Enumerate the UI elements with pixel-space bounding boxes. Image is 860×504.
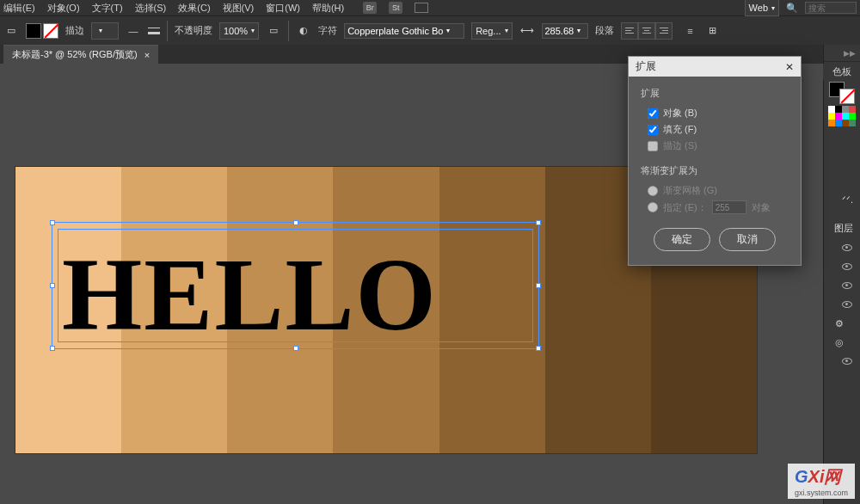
swatches-panel: 色板	[823, 64, 860, 128]
stroke-label: 描边	[65, 24, 84, 37]
specify-unit-label: 对象	[752, 201, 771, 214]
eye-icon[interactable]	[842, 282, 852, 289]
menu-effect[interactable]: 效果(C)	[178, 2, 210, 15]
close-tab-icon[interactable]: ×	[144, 50, 150, 60]
fill-swatch[interactable]	[26, 23, 41, 39]
fill-stroke-swatches[interactable]	[26, 23, 58, 39]
menu-object[interactable]: 对象(O)	[47, 2, 80, 15]
layer-row[interactable]	[826, 353, 856, 370]
brushes-panel-icon[interactable]: ᐟᐟ.	[842, 194, 853, 206]
layer-row[interactable]	[826, 277, 856, 294]
opacity-dropdown[interactable]: 100%▾	[219, 22, 259, 40]
swatch-item[interactable]	[835, 106, 842, 113]
swatch-item[interactable]	[849, 120, 856, 126]
hash-icon[interactable]: ⊞	[705, 23, 721, 39]
document-tab[interactable]: 未标题-3* @ 52% (RGB/预览) ×	[3, 45, 158, 64]
resize-handle[interactable]	[50, 220, 55, 225]
eye-icon[interactable]	[842, 244, 852, 251]
stock-icon[interactable]: St	[389, 2, 402, 14]
workspace-dropdown[interactable]: Web▾	[745, 0, 779, 16]
stroke-checkbox-row: 描边 (S)	[648, 139, 789, 152]
font-size-link-icon[interactable]: ⟷	[519, 23, 535, 39]
text-bounds	[58, 229, 533, 342]
recolor-icon[interactable]: ◐	[296, 23, 311, 39]
menu-select[interactable]: 选择(S)	[135, 2, 167, 15]
eye-icon[interactable]	[842, 358, 852, 365]
resize-handle[interactable]	[536, 220, 541, 225]
fill-checkbox-label: 填充 (F)	[663, 123, 697, 136]
swatch-item[interactable]	[835, 113, 842, 120]
resize-handle[interactable]	[536, 283, 541, 288]
menu-view[interactable]: 视图(V)	[223, 2, 255, 15]
swatch-item[interactable]	[842, 113, 849, 120]
resize-handle[interactable]	[50, 346, 55, 351]
eye-icon[interactable]	[842, 263, 852, 270]
hamburger-icon[interactable]: ≡	[683, 23, 698, 39]
swatch-item[interactable]	[849, 106, 856, 113]
char-label: 字符	[318, 24, 337, 37]
collapse-dock-icon[interactable]: ▶▶	[824, 45, 860, 62]
swatch-item[interactable]	[828, 113, 835, 120]
object-checkbox-label: 对象 (B)	[663, 107, 697, 120]
align-center-button[interactable]	[638, 22, 655, 40]
align-right-button[interactable]	[655, 22, 673, 40]
font-family-dropdown[interactable]: Copperplate Gothic Bo▾	[344, 23, 464, 39]
stroke-width-icon[interactable]	[148, 28, 160, 34]
expand-dialog: 扩展 ✕ 扩展 对象 (B) 填充 (F) 描边 (S) 将渐变扩展为 渐变网格…	[628, 56, 802, 266]
ok-button[interactable]: 确定	[654, 228, 710, 251]
swatch-item[interactable]	[828, 120, 835, 126]
specify-radio	[648, 202, 658, 212]
swatch-item[interactable]	[849, 113, 856, 120]
stroke-weight-dropdown[interactable]: ▾	[91, 22, 119, 40]
panel-stroke-swatch[interactable]	[839, 89, 855, 104]
layers-panel: ⚙ ◎	[825, 237, 857, 372]
swatches-panel-title[interactable]: 色板	[823, 64, 860, 80]
bridge-icon[interactable]: Br	[363, 2, 377, 14]
swatch-item[interactable]	[842, 120, 849, 126]
align-left-button[interactable]	[621, 22, 638, 40]
menu-help[interactable]: 帮助(H)	[312, 2, 344, 15]
layers-panel-title[interactable]: 图层	[834, 222, 853, 235]
paragraph-align-group	[621, 22, 673, 40]
panel-fill-stroke[interactable]	[829, 82, 855, 104]
font-size-input[interactable]: 285.68▾	[542, 23, 588, 39]
close-dialog-icon[interactable]: ✕	[785, 61, 794, 73]
specify-radio-label: 指定 (E)：	[663, 201, 707, 214]
font-style-dropdown[interactable]: Reg...▾	[471, 22, 512, 40]
cc-icon[interactable]: ◎	[826, 334, 856, 351]
menu-window[interactable]: 窗口(W)	[266, 2, 300, 15]
menu-type[interactable]: 文字(T)	[92, 2, 123, 15]
search-input[interactable]	[805, 2, 857, 14]
layer-row[interactable]	[826, 296, 856, 313]
watermark-rest: Xi网	[808, 467, 842, 486]
arrange-icon[interactable]	[415, 3, 428, 13]
fill-checkbox-row[interactable]: 填充 (F)	[648, 123, 789, 136]
eye-icon[interactable]	[842, 301, 852, 308]
fill-checkbox[interactable]	[648, 125, 658, 135]
layer-row[interactable]	[826, 239, 856, 256]
resize-handle[interactable]	[536, 346, 541, 351]
resize-handle[interactable]	[293, 220, 298, 225]
watermark-g: G	[795, 467, 808, 486]
dialog-titlebar[interactable]: 扩展 ✕	[629, 57, 801, 77]
cancel-button[interactable]: 取消	[719, 228, 776, 251]
swatch-item[interactable]	[842, 106, 849, 113]
mesh-radio-row: 渐变网格 (G)	[648, 184, 789, 197]
swatch-grid[interactable]	[828, 106, 856, 126]
stroke-dash-icon[interactable]: —	[126, 23, 141, 39]
control-toolbar: ▭ 描边 ▾ — 不透明度 100%▾ ▭ ◐ 字符 Copperplate G…	[0, 15, 860, 45]
object-checkbox-row[interactable]: 对象 (B)	[648, 107, 789, 120]
resize-handle[interactable]	[50, 283, 55, 288]
object-checkbox[interactable]	[648, 108, 658, 119]
swatch-item[interactable]	[828, 106, 835, 113]
fx-icon[interactable]: ▭	[266, 23, 281, 39]
mesh-radio	[648, 186, 658, 196]
watermark-url: gxi.system.com	[795, 489, 848, 497]
specify-radio-row: 指定 (E)： 对象	[648, 200, 789, 214]
stroke-swatch[interactable]	[43, 23, 58, 39]
gear-icon[interactable]: ⚙	[826, 315, 856, 332]
layer-row[interactable]	[826, 258, 856, 275]
swatch-item[interactable]	[835, 120, 842, 126]
resize-handle[interactable]	[293, 346, 298, 351]
menu-edit[interactable]: 编辑(E)	[3, 2, 35, 15]
